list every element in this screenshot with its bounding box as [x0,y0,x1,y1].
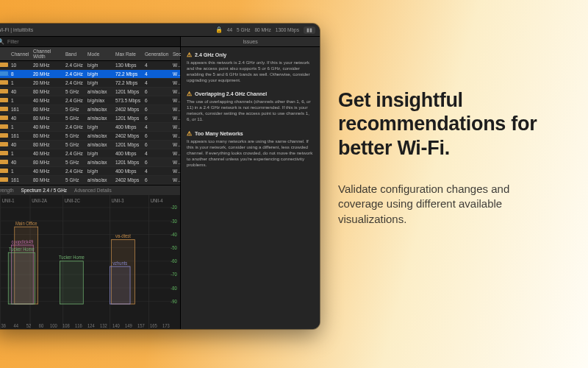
signal-bar-icon [0,79,9,88]
col-header[interactable]: Max Rate [113,47,143,61]
table-row[interactable]: 140 MHz2.4 GHzb/g/n400 Mbps4WPA2/WPA3 [0,123,180,132]
issue-item[interactable]: ⚠2.4 GHz OnlyIt appears this network is … [187,52,314,83]
issue-item[interactable]: ⚠Overlapping 2.4 GHz ChannelThe use of o… [187,91,314,122]
svg-text:165: 165 [150,322,157,328]
svg-text:vzhunts: vzhunts [112,260,127,265]
tab-strength[interactable]: Strength [0,188,14,193]
col-header[interactable]: Band [63,47,85,61]
signal-bar-icon [0,176,9,185]
warning-icon: ⚠ [187,91,192,97]
table-row[interactable]: 4080 MHz5 GHza/n/ac/ax1201 Mbps6WPA2 (SA… [0,88,180,96]
svg-text:140: 140 [112,322,120,328]
issues-pane: Issues ⚠2.4 GHz OnlyIt appears this netw… [181,37,320,329]
table-row[interactable]: 140 MHz2.4 GHzb/g/n400 Mbps4WPA2/WPA3 [0,149,180,158]
table-row[interactable]: 820 MHz2.4 GHzb/g/n72.2 Mbps4WPA2 (PSK) [0,70,180,79]
issue-item[interactable]: ⚠Too Many NetworksIt appears too many ne… [187,130,314,168]
svg-text:157: 157 [137,322,145,328]
svg-text:Tucker Home: Tucker Home [9,246,35,251]
warning-icon: ⚠ [187,130,192,137]
table-row[interactable]: 16180 MHz5 GHza/n/ac/ax2402 Mbps6WPA2/WP… [0,176,180,185]
table-row[interactable]: 4080 MHz5 GHza/n/ac/ax1201 Mbps6WPA2/WPA… [0,114,180,123]
signal-bar-icon [0,158,9,167]
svg-text:52: 52 [26,322,32,328]
svg-text:116: 116 [75,322,82,328]
col-header[interactable]: Channel Width [31,47,63,61]
svg-text:Tucker Home: Tucker Home [59,255,85,260]
status-width: 80 MHz [254,27,270,32]
table-row[interactable]: 16180 MHz5 GHza/n/ac/ax2402 Mbps6WPA2/WP… [0,132,180,141]
svg-text:UNII-2A: UNII-2A [32,197,48,202]
issues-list: ⚠2.4 GHz OnlyIt appears this network is … [181,47,320,329]
signal-bar-icon [0,70,9,79]
filter-bar[interactable]: 🔍 Filter [0,37,180,47]
svg-rect-50 [110,266,130,304]
left-pane: 🔍 Filter ChannelChannel WidthBandModeMax… [0,37,181,329]
issues-header: Issues [181,37,320,47]
issue-title: 2.4 GHz Only [195,52,226,57]
table-row[interactable]: 120 MHz2.4 GHzb/g/n72.2 Mbps4WPA2 (PSK) [0,79,180,88]
svg-text:coopdick49: coopdick49 [12,238,34,245]
marketing-subhead: Validate configuration changes and cover… [338,182,544,227]
table-row[interactable]: 4080 MHz5 GHza/n/ac/ax1201 Mbps6WPA2/WPA… [0,158,180,167]
titlebar[interactable]: Wi-Fi | intuitibits 🔒 44 5 GHz 80 MHz 13… [0,24,320,37]
svg-text:44: 44 [14,322,19,328]
svg-text:124: 124 [87,322,95,328]
window-title: Wi-Fi | intuitibits [0,27,33,32]
issue-body: It appears this network is 2.4 GHz only.… [187,60,314,83]
signal-bar-icon [0,114,9,123]
signal-bar-icon [0,61,9,70]
app-window: Wi-Fi | intuitibits 🔒 44 5 GHz 80 MHz 13… [0,24,320,329]
svg-text:-40: -40 [171,231,177,236]
status-rate: 1300 Mbps [276,27,299,32]
table-row[interactable]: 140 MHz2.4 GHzb/g/n/ax573.5 Mbps6WPA2 (S… [0,96,180,105]
col-header[interactable]: Generation [143,47,171,61]
col-header[interactable]: Security [171,47,180,61]
signal-bar-icon [0,88,9,96]
table-row[interactable]: 140 MHz2.4 GHzb/g/n400 Mbps4WPA2/WPA3 [0,167,180,176]
signal-bar-icon [0,167,9,176]
table-row[interactable]: 16180 MHz5 GHza/n/ac/ax2402 Mbps6WPA2 (S… [0,105,180,114]
pause-icon[interactable]: ▮▮ [304,26,315,34]
svg-text:149: 149 [125,322,132,328]
issue-body: The use of overlapping channels (channel… [187,99,314,122]
detail-tabs[interactable]: Strength Spectrum 2.4 / 5 GHz Advanced D… [0,185,180,195]
warning-icon: ⚠ [187,52,192,58]
svg-text:-80: -80 [171,285,177,290]
svg-text:132: 132 [100,322,107,328]
marketing-panel: Get insightful recommendations for bette… [338,88,544,227]
svg-rect-44 [8,252,35,304]
svg-text:-70: -70 [171,272,177,277]
svg-text:36: 36 [1,322,7,328]
col-header[interactable]: Mode [85,47,113,61]
col-header[interactable]: Channel [9,47,31,61]
spectrum-chart[interactable]: UNII-1UNII-2AUNII-2CUNII-3UNII-4-20-30-4… [0,195,180,329]
signal-bar-icon [0,105,9,114]
table-row[interactable]: 1020 MHz2.4 GHzb/g/n130 Mbps4WPA/WPA2 ( [0,61,180,70]
titlebar-status: 🔒 44 5 GHz 80 MHz 1300 Mbps ▮▮ [215,26,315,34]
svg-rect-48 [60,261,83,304]
svg-text:173: 173 [162,322,170,328]
signal-bar-icon [0,123,9,132]
marketing-headline: Get insightful recommendations for bette… [338,88,544,160]
search-icon: 🔍 [0,38,4,45]
svg-text:UNII-2C: UNII-2C [65,197,81,202]
networks-table[interactable]: ChannelChannel WidthBandModeMax RateGene… [0,47,180,185]
svg-text:-50: -50 [171,245,177,250]
lock-icon: 🔒 [215,26,223,33]
svg-text:UNII-4: UNII-4 [151,197,163,202]
svg-text:va-dtest: va-dtest [115,233,131,238]
svg-text:UNII-1: UNII-1 [2,197,15,202]
signal-bar-icon [0,96,9,105]
issue-title: Overlapping 2.4 GHz Channel [195,91,267,96]
svg-text:60: 60 [39,322,44,328]
tab-spectrum[interactable]: Spectrum 2.4 / 5 GHz [21,188,68,193]
issue-title: Too Many Networks [195,131,243,136]
svg-text:-20: -20 [171,205,177,210]
table-row[interactable]: 4080 MHz5 GHza/n/ac/ax1201 Mbps6WPA2/WPA… [0,141,180,149]
signal-bar-icon [0,149,9,158]
svg-text:UNII-3: UNII-3 [112,197,124,202]
tab-advanced[interactable]: Advanced Details [74,188,112,193]
status-band: 5 GHz [237,27,250,32]
filter-placeholder: Filter [7,39,19,44]
col-header[interactable] [0,47,9,61]
